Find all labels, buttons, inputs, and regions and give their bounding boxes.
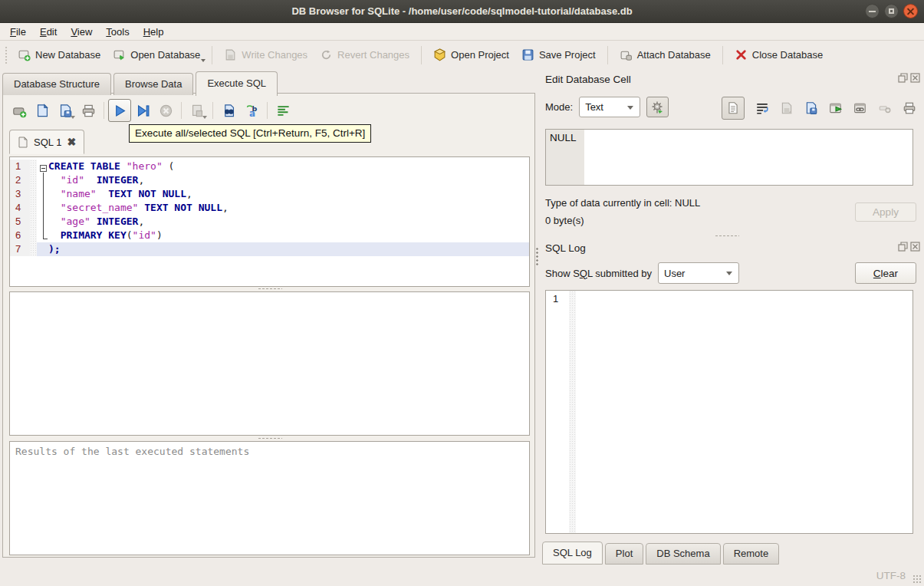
results-message-pane[interactable]: Results of the last executed statements — [9, 441, 530, 555]
open-sql-file-icon — [35, 104, 50, 118]
new-database-button[interactable]: New Database — [12, 45, 107, 64]
editor-line[interactable]: 1CREATE TABLE "hero" ( — [10, 160, 529, 173]
dock-splitter-handle[interactable] — [539, 234, 915, 238]
tab-execute-sql[interactable]: Execute SQL — [196, 71, 278, 96]
close-tab-icon[interactable]: ✖ — [67, 136, 76, 148]
print-sql-button[interactable] — [77, 99, 100, 122]
cell-value-editor[interactable]: NULL — [545, 129, 913, 186]
maximize-icon[interactable] — [884, 4, 899, 18]
save-sql-file-button[interactable] — [54, 99, 77, 122]
execute-sql-panel: ba SQL 1 ✖ 1CREATE TABLE "hero" (2 "id" … — [2, 93, 535, 558]
window-controls — [865, 4, 918, 18]
clear-button[interactable]: Clear — [855, 262, 916, 284]
execute-sql-tooltip: Execute all/selected SQL [Ctrl+Return, F… — [129, 124, 371, 143]
show-sql-label: Show SQL submitted by — [545, 268, 652, 279]
editor-line[interactable]: 3 "name" TEXT NOT NULL, — [10, 187, 529, 201]
tab-database-structure[interactable]: Database Structure — [2, 73, 111, 95]
write-changes-button: Write Changes — [218, 45, 314, 64]
tab-remote[interactable]: Remote — [723, 543, 780, 565]
save-results-dropdown-icon — [202, 116, 207, 119]
sql-source-select[interactable]: User — [658, 262, 739, 284]
print-cell-button[interactable] — [903, 101, 916, 115]
close-panel-icon[interactable] — [910, 73, 920, 83]
open-database-button[interactable]: Open Database — [107, 45, 206, 64]
import-cell-data-button — [780, 101, 794, 115]
editor-line[interactable]: 4 "secret_name" TEXT NOT NULL, — [10, 201, 529, 215]
menu-tools[interactable]: Tools — [99, 25, 136, 39]
new-database-icon — [18, 48, 31, 61]
close-database-button[interactable]: Close Database — [728, 45, 830, 64]
new-sql-tab-button[interactable] — [8, 99, 31, 122]
execute-all-button[interactable] — [108, 99, 131, 122]
fold-guide-line — [43, 173, 44, 239]
sql-log-view[interactable]: 1 — [545, 290, 913, 534]
status-bar: UTF-8 — [0, 563, 924, 586]
editor-line[interactable]: 7); — [10, 242, 529, 256]
toolbar-separator — [104, 102, 104, 119]
close-panel-icon[interactable] — [910, 242, 920, 252]
execute-line-icon — [136, 104, 150, 118]
copy-link-button[interactable] — [853, 101, 867, 115]
open-database-icon — [113, 48, 126, 61]
splitter-handle[interactable] — [9, 287, 530, 291]
save-sql-dropdown-icon[interactable] — [71, 116, 75, 119]
open-sql-file-button[interactable] — [31, 99, 54, 122]
menu-help[interactable]: Help — [136, 25, 171, 39]
text-mode-button[interactable] — [722, 97, 745, 120]
editor-line[interactable]: 5 "age" INTEGER, — [10, 215, 529, 229]
close-database-icon — [735, 48, 748, 61]
execute-line-button[interactable] — [131, 99, 154, 122]
tab-plot[interactable]: Plot — [605, 543, 643, 565]
tab-browse-data[interactable]: Browse Data — [113, 73, 193, 95]
save-project-button[interactable]: Save Project — [515, 45, 602, 64]
sql-document-tab[interactable]: SQL 1 ✖ — [9, 130, 84, 154]
mode-select[interactable]: Text — [579, 97, 640, 117]
find-button[interactable] — [217, 99, 240, 122]
import-icon — [780, 101, 794, 115]
titlebar[interactable]: DB Browser for SQLite - /home/user/code/… — [0, 0, 924, 23]
menu-file[interactable]: File — [3, 25, 33, 39]
float-panel-icon[interactable] — [898, 73, 908, 83]
execute-all-icon — [113, 104, 127, 118]
panel-splitter-handle[interactable] — [536, 247, 538, 267]
tab-db-schema[interactable]: DB Schema — [646, 543, 720, 565]
word-wrap-button[interactable] — [755, 101, 769, 115]
close-icon[interactable] — [903, 4, 918, 18]
results-grid-pane[interactable] — [9, 291, 530, 436]
apply-settings-button[interactable] — [646, 97, 669, 117]
fold-marker-icon[interactable] — [40, 165, 47, 172]
open-project-icon — [433, 48, 446, 61]
encoding-indicator[interactable]: UTF-8 — [876, 570, 906, 581]
open-external-button[interactable] — [829, 101, 843, 115]
replace-button[interactable]: ba — [240, 99, 263, 122]
menu-view[interactable]: View — [64, 25, 99, 39]
open-database-dropdown-icon[interactable] — [201, 59, 206, 62]
write-changes-icon — [224, 48, 237, 61]
format-sql-button[interactable] — [271, 99, 294, 122]
sql-log-title: SQL Log — [545, 242, 586, 254]
mode-label: Mode: — [545, 101, 573, 113]
save-results-button — [186, 99, 209, 122]
sql-source-value: User — [664, 268, 685, 279]
replace-icon: ba — [245, 104, 259, 118]
tab-sql-log[interactable]: SQL Log — [542, 542, 603, 565]
splitter-handle[interactable] — [9, 436, 530, 440]
toolbar-separator — [267, 102, 268, 119]
find-icon — [222, 104, 236, 118]
main-toolbar: New Database Open Database Write Changes… — [0, 41, 924, 69]
resize-grip-icon[interactable] — [912, 574, 922, 584]
minimize-icon[interactable] — [865, 4, 880, 18]
editor-line[interactable]: 2 "id" INTEGER, — [10, 173, 529, 187]
sql-file-icon — [18, 137, 28, 148]
sql-editor[interactable]: 1CREATE TABLE "hero" (2 "id" INTEGER,3 "… — [9, 156, 530, 287]
editor-line[interactable]: 6 PRIMARY KEY("id") — [10, 229, 529, 242]
menu-edit[interactable]: Edit — [33, 25, 64, 39]
open-project-button[interactable]: Open Project — [427, 45, 515, 64]
revert-changes-icon — [320, 48, 333, 61]
stop-icon — [159, 104, 173, 118]
attach-database-button[interactable]: Attach Database — [613, 45, 717, 64]
new-tab-icon — [12, 104, 27, 118]
toolbar-handle[interactable] — [5, 47, 9, 64]
export-cell-data-button[interactable] — [804, 101, 818, 115]
float-panel-icon[interactable] — [898, 242, 908, 252]
